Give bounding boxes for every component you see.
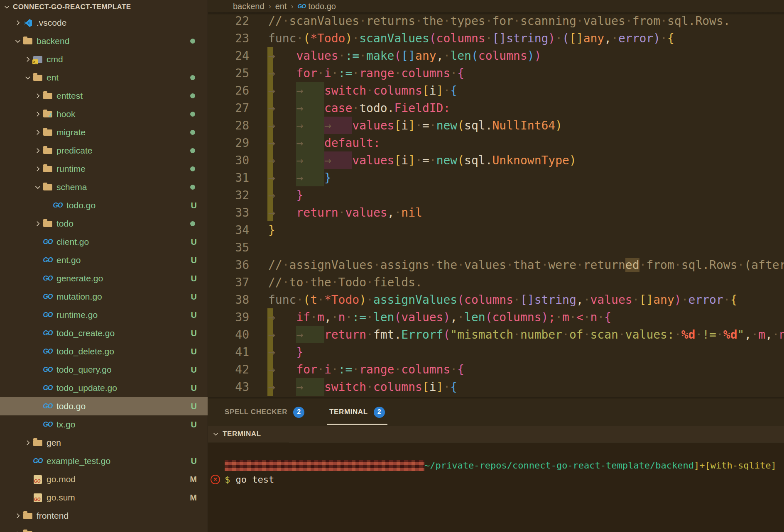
- tree-item-todo_update.go[interactable]: GOtodo_update.goU: [0, 379, 208, 397]
- tree-item-label: go.mod: [47, 474, 76, 484]
- code-editor[interactable]: backend › ent › GO todo.go 22//·scanValu…: [208, 0, 784, 398]
- line-number: 32: [208, 188, 249, 202]
- breadcrumb: backend › ent › GO todo.go: [208, 0, 784, 12]
- breadcrumb-separator: ›: [291, 2, 293, 11]
- tab-label: TERMINAL: [329, 408, 368, 416]
- tree-item-client.go[interactable]: GOclient.goU: [0, 233, 208, 251]
- folder-icon: [43, 129, 52, 136]
- terminal-section-header[interactable]: TERMINAL: [208, 426, 784, 442]
- tree-item-label: backend: [37, 36, 69, 46]
- tree-item-.vscode[interactable]: .vscode: [0, 14, 208, 32]
- chevron-right-icon[interactable]: [33, 166, 42, 172]
- tree-item-label: schema: [56, 182, 87, 192]
- tree-item-todo_delete.go[interactable]: GOtodo_delete.goU: [0, 342, 208, 361]
- git-status-badge: M: [190, 493, 197, 503]
- tab-terminal[interactable]: TERMINAL 2: [329, 398, 385, 426]
- tree-item-migrate[interactable]: migrate: [0, 123, 208, 142]
- line-number: 23: [208, 32, 249, 45]
- breadcrumb-item-ent[interactable]: ent: [275, 2, 287, 11]
- line-number: 26: [208, 84, 249, 98]
- panel-tab-bar: SPELL CHECKER 2 TERMINAL 2: [208, 398, 784, 426]
- code-line: 32→ }: [208, 186, 784, 204]
- folder-icon: [43, 166, 52, 172]
- line-number: 36: [208, 258, 249, 272]
- tree-item-go.mod[interactable]: GOgo.modM: [0, 470, 208, 488]
- tree-item-label: ent.go: [56, 255, 81, 265]
- chevron-right-icon[interactable]: [33, 129, 42, 135]
- go-module-icon: GO: [34, 493, 42, 502]
- project-root-header[interactable]: CONNECT-GO-REACT-TEMPLATE: [0, 0, 208, 14]
- tree-item-label: go.sum: [47, 493, 75, 503]
- vscode-window: CONNECT-GO-REACT-TEMPLATE .vscodebackend…: [0, 0, 784, 532]
- tree-item-hook[interactable]: Jhook: [0, 105, 208, 123]
- tree-item-frontend[interactable]: frontend: [0, 507, 208, 525]
- go-file-icon: GO: [43, 256, 53, 264]
- tree-item-label: gen: [47, 438, 61, 448]
- tree-item-partial[interactable]: [0, 525, 208, 532]
- tree-item-todo_create.go[interactable]: GOtodo_create.goU: [0, 324, 208, 342]
- chevron-right-icon[interactable]: [23, 56, 32, 62]
- tree-item-example_test.go[interactable]: GOexample_test.goU: [0, 452, 208, 470]
- git-status-badge: U: [191, 237, 197, 247]
- tree-item-ent.go[interactable]: GOent.goU: [0, 251, 208, 269]
- go-module-icon: GO: [34, 475, 42, 484]
- git-status-badge: U: [191, 402, 197, 411]
- tree-item-generate.go[interactable]: GOgenerate.goU: [0, 269, 208, 288]
- terminal-section-title: TERMINAL: [223, 430, 261, 438]
- tree-item-runtime.go[interactable]: GOruntime.goU: [0, 306, 208, 324]
- tab-count-badge: 2: [293, 407, 304, 418]
- chevron-right-icon[interactable]: [23, 440, 32, 446]
- code-line: 37//·to·the·Todo·fields.: [208, 273, 784, 291]
- prompt-suffix: ]+[with-sqlite]: [694, 460, 777, 471]
- breadcrumb-item-file[interactable]: GO todo.go: [297, 2, 336, 11]
- code-line: 29→ → default:: [208, 134, 784, 151]
- chevron-down-icon[interactable]: [23, 75, 32, 81]
- section-divider: [289, 442, 784, 442]
- code-line: 28→ → → values[i]·=·new(sql.NullInt64): [208, 117, 784, 134]
- git-status-badge: U: [191, 256, 197, 265]
- chevron-down-icon[interactable]: [13, 39, 22, 44]
- folder-icon: [43, 221, 52, 227]
- tree-item-tx.go[interactable]: GOtx.goU: [0, 415, 208, 434]
- chevron-right-icon[interactable]: [13, 513, 22, 519]
- tree-item-todo.go[interactable]: GOtodo.goU: [0, 397, 208, 415]
- tree-item-label: hook: [56, 109, 76, 119]
- tree-item-mutation.go[interactable]: GOmutation.goU: [0, 288, 208, 306]
- tree-item-ent[interactable]: ent: [0, 68, 208, 87]
- folder-icon: [23, 513, 32, 519]
- command-failed-icon: ×: [211, 475, 220, 484]
- line-number: 31: [208, 171, 249, 185]
- tree-item-runtime[interactable]: runtime: [0, 160, 208, 178]
- chevron-right-icon[interactable]: [33, 111, 42, 117]
- tree-item-go.sum[interactable]: GOgo.sumM: [0, 488, 208, 507]
- tree-item-predicate[interactable]: predicate: [0, 142, 208, 160]
- breadcrumb-item-backend[interactable]: backend: [233, 2, 265, 11]
- tree-item-gen[interactable]: gen: [0, 434, 208, 452]
- tree-item-enttest[interactable]: enttest: [0, 87, 208, 105]
- git-modified-dot: [190, 112, 195, 117]
- tree-item-label: runtime: [56, 164, 86, 174]
- tree-item-label: ent: [47, 73, 59, 83]
- chevron-right-icon[interactable]: [13, 20, 22, 26]
- line-number: 35: [208, 241, 249, 254]
- tree-item-label: runtime.go: [56, 310, 98, 320]
- tree-item-label: example_test.go: [47, 456, 110, 466]
- go-file-icon: GO: [43, 421, 53, 428]
- tree-item-cmd[interactable]: >_cmd: [0, 50, 208, 68]
- tree-item-schema[interactable]: schema: [0, 178, 208, 196]
- prompt-symbol: $: [225, 474, 230, 485]
- line-number: 33: [208, 206, 249, 220]
- chevron-right-icon[interactable]: [33, 93, 42, 99]
- tree-item-todo_query.go[interactable]: GOtodo_query.goU: [0, 361, 208, 379]
- terminal-content[interactable]: ~/private-repos/connect-go-react-templat…: [208, 443, 784, 532]
- git-modified-dot: [190, 93, 195, 98]
- tab-spell-checker[interactable]: SPELL CHECKER 2: [225, 398, 304, 426]
- tree-item-backend[interactable]: backend: [0, 32, 208, 50]
- tree-item-todo[interactable]: todo: [0, 215, 208, 233]
- chevron-down-icon[interactable]: [33, 185, 42, 190]
- git-modified-dot: [190, 221, 195, 226]
- tree-item-todo.go[interactable]: GOtodo.goU: [0, 196, 208, 215]
- git-status-badge: U: [191, 201, 197, 210]
- chevron-right-icon[interactable]: [33, 148, 42, 154]
- chevron-right-icon[interactable]: [33, 221, 42, 227]
